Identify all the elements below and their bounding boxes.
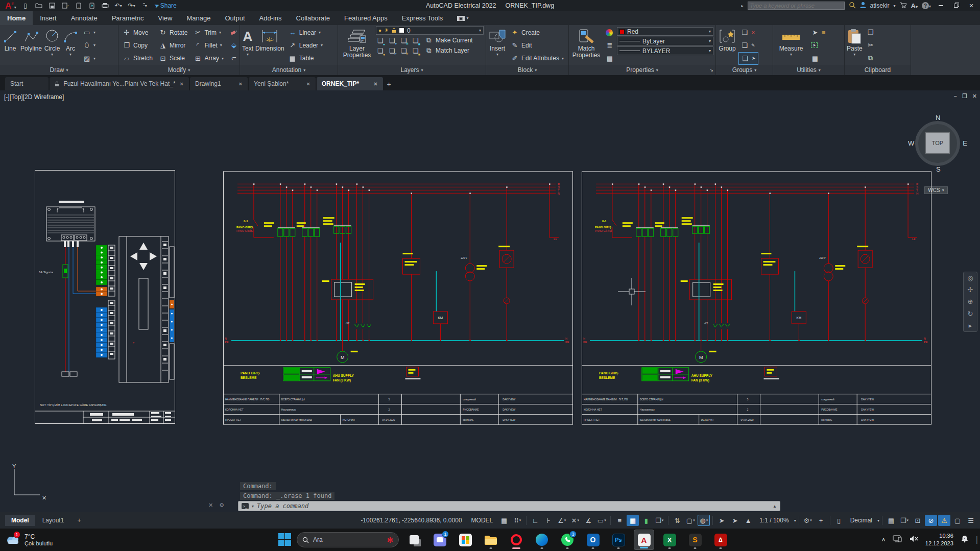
insert-block-button[interactable]: Insert▾ [488,26,507,65]
view-cube[interactable]: N W E S TOP [908,114,967,173]
color-combo[interactable]: Red▾ [617,27,713,36]
panel-label-clipboard[interactable]: Clipboard [845,65,911,75]
muted-speaker-icon[interactable] [909,535,918,544]
tab-annotate[interactable]: Annotate [64,11,105,25]
tab-insert[interactable]: Insert [33,11,64,25]
viewcube-north[interactable]: N [936,114,940,122]
annotation-scale-icon[interactable]: ▲ [742,515,754,526]
tab-parametric[interactable]: Parametric [105,11,151,25]
viewcube-west[interactable]: W [908,139,914,147]
edge-icon[interactable] [532,530,552,550]
tab-collaborate[interactable]: Collaborate [289,11,338,25]
viewport-restore-icon[interactable]: ❒ [962,93,967,100]
taskbar-search[interactable]: Ara ✻ [297,532,399,547]
mirror-button[interactable]: ◮Mirror [157,39,189,52]
ribbon-display-toggle[interactable]: ▣ ▾ [450,11,475,25]
transparency-toggle[interactable]: ▦ [627,515,639,526]
osnap-tracking-toggle[interactable]: ▭▾ [595,515,608,526]
file-tab-ornek-tip[interactable]: ORNEK_TIP*✕ [317,77,383,90]
paste-special-icon[interactable]: ⧉ [865,52,878,65]
snap-toggle[interactable]: ⠿▾ [511,515,523,526]
close-tab-icon[interactable]: ✕ [306,81,310,87]
help-icon[interactable]: ?▾ [922,2,931,10]
tab-view[interactable]: View [151,11,180,25]
microsoft-store-icon[interactable] [455,530,475,550]
layer-restore-icon[interactable]: ❏↗ [388,46,396,55]
rotate-button[interactable]: ↻Rotate [157,26,189,39]
zoom-icon[interactable]: ⊕ [968,298,973,305]
match-layer-button[interactable]: ⧉Match Layer [423,46,471,55]
panel-label-block[interactable]: Block▾ [486,65,568,75]
lineweight-toggle[interactable]: ≡ [613,515,626,526]
polar-tracking-toggle[interactable]: ✕▾ [569,515,581,526]
ellipse-tool-icon[interactable]: ⬯▾ [81,39,98,52]
tab-output[interactable]: Output [218,11,252,25]
layer-properties-button[interactable]: ⇄ Layer Properties [340,26,374,65]
line-button[interactable]: Line [2,26,18,65]
command-customize-icon[interactable]: ⚙ [219,502,224,509]
panel-label-properties[interactable]: Properties▾↘ [569,65,715,75]
task-view-button[interactable] [404,530,424,550]
autodesk-a-icon[interactable]: A▾ [911,2,918,10]
select-similar-icon[interactable]: ➤ [809,39,828,52]
command-input-placeholder[interactable]: Type a command [257,502,308,510]
linear-dimension-button[interactable]: ↔Linear▾ [286,26,325,39]
panel-label-layers[interactable]: Layers▾ [338,65,486,75]
command-input-bar[interactable]: >_ ▾ Type a command ▲ [238,501,780,511]
whatsapp-icon[interactable]: 3 [557,530,578,550]
close-button[interactable]: ✕ [966,1,977,10]
rectangle-tool-icon[interactable]: ▭▾ [81,26,98,39]
qat-customize-icon[interactable]: ⸚▾ [141,2,149,10]
leader-button[interactable]: ↗Leader▾ [286,39,325,52]
cut-clip-icon[interactable]: ✂ [865,39,878,52]
plot-icon[interactable] [101,2,109,10]
tab-featured-apps[interactable]: Featured Apps [337,11,395,25]
offset-icon[interactable]: ⊂ [228,52,240,65]
open-icon[interactable] [35,2,43,10]
panel-label-annotation[interactable]: Annotation▾ [240,65,338,75]
signed-in-user[interactable]: atisekir [870,2,890,9]
new-tab-button[interactable]: + [387,80,391,88]
search-expand-icon[interactable]: ▸ [742,4,744,8]
navigation-bar[interactable]: ◎ ✢ ⊕ ↻ ▸ [963,272,977,332]
panel-label-draw[interactable]: Draw▾ [0,65,118,75]
circle-button[interactable]: Circle▾ [44,26,60,65]
opera-icon[interactable] [506,530,527,550]
lineweight-combo[interactable]: ByLayer▾ [617,37,713,45]
file-tab-drawing1[interactable]: Drawing1✕ [190,77,248,90]
file-explorer-icon[interactable] [481,530,501,550]
acrobat-icon[interactable]: ∆ [710,530,731,550]
match-properties-button[interactable]: Match Properties [571,26,602,65]
clean-screen-toggle[interactable]: ▢ [951,515,964,526]
taskbar-clock[interactable]: 10:36 12.12.2023 [925,532,953,547]
edit-block-button[interactable]: ✎Edit [509,39,566,52]
save-icon[interactable] [48,2,56,10]
linetype-combo[interactable]: BYLAYER▾ [617,46,713,55]
new-drawing-icon[interactable]: ▯ [21,2,30,10]
viewcube-top-face[interactable]: TOP [925,132,950,154]
isolate-objects-toggle[interactable]: ⊡ [912,515,924,526]
drawing-canvas[interactable]: [-][Top][2D Wireframe] − ❒ ✕ N W E S TOP… [0,90,980,512]
arc-button[interactable]: Arc▾ [62,26,79,65]
minimize-button[interactable] [935,1,946,10]
model-tab[interactable]: Model [5,515,35,526]
file-tab-start[interactable]: Start [5,77,49,90]
quick-properties-toggle[interactable]: ▤ [885,515,897,526]
tab-manage[interactable]: Manage [180,11,218,25]
dynamic-input-toggle[interactable]: ⊦ [542,515,555,526]
group-button[interactable]: Group [718,26,736,65]
new-layout-button[interactable]: + [71,515,87,526]
viewport-controls[interactable]: [-][Top][2D Wireframe] [4,93,64,101]
explode-icon[interactable]: ⬙ [228,39,240,52]
units-icon[interactable]: ▯ [833,515,845,526]
share-button[interactable]: ➤Share [154,2,177,10]
viewcube-south[interactable]: S [936,165,941,173]
close-tab-icon[interactable]: ✕ [238,81,243,87]
cast-display-icon[interactable] [893,535,902,544]
close-tab-icon[interactable]: ✕ [373,81,377,87]
move-button[interactable]: ✢Move [121,26,155,39]
workspace-switching[interactable]: ⚙▾ [802,515,814,526]
tab-home[interactable]: Home [0,11,33,25]
selection-cycling-toggle[interactable]: ▮ [640,515,652,526]
viewport-minimize-icon[interactable]: − [953,93,957,100]
